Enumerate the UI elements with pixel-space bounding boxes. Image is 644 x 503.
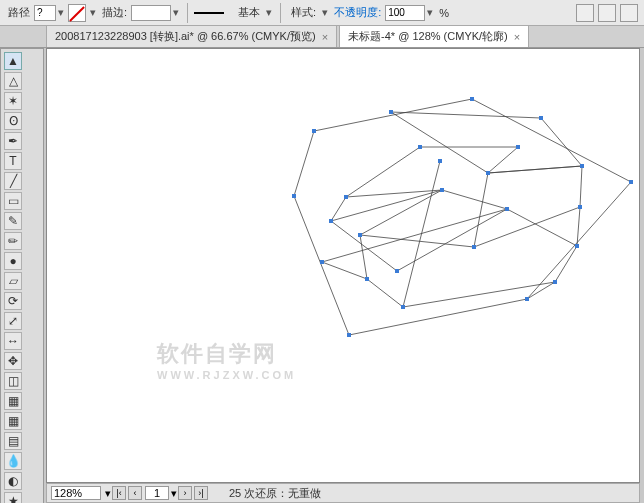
- tab-doc-1[interactable]: 200817123228903 [转换].ai* @ 66.67% (CMYK/…: [46, 25, 337, 47]
- anchor-point[interactable]: [395, 269, 399, 273]
- close-icon[interactable]: ×: [514, 31, 520, 43]
- path-label: 路径: [8, 5, 30, 20]
- first-page-button[interactable]: |‹: [112, 486, 126, 500]
- page-field[interactable]: 1: [145, 486, 169, 500]
- mesh-tool[interactable]: ▦: [4, 412, 22, 430]
- status-bar: 128% ▾ |‹ ‹ 1 ▾ › ›| 25 次还原：无重做: [46, 483, 640, 503]
- eraser-tool[interactable]: ▱: [4, 272, 22, 290]
- direct-select-tool[interactable]: △: [4, 72, 22, 90]
- last-page-button[interactable]: ›|: [194, 486, 208, 500]
- blob-tool[interactable]: ●: [4, 252, 22, 270]
- no-fill-swatch[interactable]: [68, 4, 86, 22]
- stroke-label: 描边:: [102, 5, 127, 20]
- anchor-point[interactable]: [358, 233, 362, 237]
- watermark-url: WWW.RJZXW.COM: [157, 369, 296, 381]
- line-tool[interactable]: ╱: [4, 172, 22, 190]
- anchor-point[interactable]: [440, 188, 444, 192]
- anchor-point[interactable]: [347, 333, 351, 337]
- anchor-point[interactable]: [329, 219, 333, 223]
- artwork: [47, 49, 640, 483]
- pen-tool[interactable]: ✒: [4, 132, 22, 150]
- anchor-point[interactable]: [344, 195, 348, 199]
- stroke-weight-field[interactable]: [131, 5, 171, 21]
- eyedrop-tool[interactable]: 💧: [4, 452, 22, 470]
- anchor-point[interactable]: [472, 245, 476, 249]
- anchor-point[interactable]: [553, 280, 557, 284]
- anchor-point[interactable]: [578, 205, 582, 209]
- rotate-tool[interactable]: ⟳: [4, 292, 22, 310]
- options-bar: 路径 ▾ ▾ 描边: ▾ 基本 ▾ 样式: ▾ 不透明度: ▾ %: [0, 0, 644, 26]
- anchor-point[interactable]: [580, 164, 584, 168]
- grid-icon[interactable]: [620, 4, 638, 22]
- anchor-point[interactable]: [401, 305, 405, 309]
- free-transform-tool[interactable]: ✥: [4, 352, 22, 370]
- anchor-point[interactable]: [320, 260, 324, 264]
- anchor-point[interactable]: [389, 110, 393, 114]
- anchor-point[interactable]: [418, 145, 422, 149]
- tool-panel: ▲△✶ʘ✒T╱▭✎✏●▱⟳⤢↔✥◫▦▦▤💧◐★▥▭✂✋🔍✂⟋⇄?: [0, 48, 44, 503]
- anchor-point[interactable]: [575, 244, 579, 248]
- close-icon[interactable]: ×: [322, 31, 328, 43]
- svg-marker-2: [346, 147, 582, 247]
- chevron-down-icon[interactable]: ▾: [171, 487, 177, 500]
- stroke-preview: [194, 12, 234, 14]
- watermark: 软件自学网 WWW.RJZXW.COM: [157, 339, 296, 381]
- selection-tool[interactable]: ▲: [4, 52, 22, 70]
- anchor-point[interactable]: [505, 207, 509, 211]
- anchor-point[interactable]: [539, 116, 543, 120]
- opacity-label[interactable]: 不透明度:: [334, 5, 381, 20]
- prev-page-button[interactable]: ‹: [128, 486, 142, 500]
- perspective-tool[interactable]: ▦: [4, 392, 22, 410]
- type-tool[interactable]: T: [4, 152, 22, 170]
- anchor-point[interactable]: [629, 180, 633, 184]
- chevron-down-icon[interactable]: ▾: [427, 6, 433, 19]
- chevron-down-icon[interactable]: ▾: [105, 487, 111, 500]
- scale-tool[interactable]: ⤢: [4, 312, 22, 330]
- chevron-down-icon[interactable]: ▾: [322, 6, 328, 19]
- anchor-point[interactable]: [292, 194, 296, 198]
- document-tabs: 200817123228903 [转换].ai* @ 66.67% (CMYK/…: [0, 26, 644, 48]
- percent-label: %: [439, 7, 449, 19]
- style-label: 样式:: [291, 5, 316, 20]
- tab-label: 200817123228903 [转换].ai* @ 66.67% (CMYK/…: [55, 29, 316, 44]
- gradient-tool[interactable]: ▤: [4, 432, 22, 450]
- symbol-tool[interactable]: ★: [4, 492, 22, 503]
- tab-doc-2[interactable]: 未标题-4* @ 128% (CMYK/轮廓) ×: [339, 25, 529, 47]
- basic-label[interactable]: 基本: [238, 5, 260, 20]
- width-tool[interactable]: ↔: [4, 332, 22, 350]
- doc-setup-icon[interactable]: [576, 4, 594, 22]
- rect-tool[interactable]: ▭: [4, 192, 22, 210]
- status-message: 25 次还原：无重做: [229, 486, 321, 501]
- anchor-point[interactable]: [525, 297, 529, 301]
- svg-line-6: [474, 173, 488, 247]
- next-page-button[interactable]: ›: [178, 486, 192, 500]
- magic-wand-tool[interactable]: ✶: [4, 92, 22, 110]
- prefs-icon[interactable]: [598, 4, 616, 22]
- anchor-point[interactable]: [470, 97, 474, 101]
- opacity-field[interactable]: [385, 5, 425, 21]
- pencil-tool[interactable]: ✏: [4, 232, 22, 250]
- chevron-down-icon[interactable]: ▾: [266, 6, 272, 19]
- svg-marker-1: [391, 112, 582, 173]
- svg-marker-4: [331, 190, 507, 271]
- brush-tool[interactable]: ✎: [4, 212, 22, 230]
- anchor-point[interactable]: [486, 171, 490, 175]
- help-combo[interactable]: [34, 5, 56, 21]
- chevron-down-icon[interactable]: ▾: [58, 6, 64, 19]
- zoom-field[interactable]: 128%: [51, 486, 101, 500]
- watermark-title: 软件自学网: [157, 339, 296, 369]
- svg-line-8: [360, 235, 367, 279]
- lasso-tool[interactable]: ʘ: [4, 112, 22, 130]
- tab-label: 未标题-4* @ 128% (CMYK/轮廓): [348, 29, 508, 44]
- anchor-point[interactable]: [438, 159, 442, 163]
- blend-tool[interactable]: ◐: [4, 472, 22, 490]
- anchor-point[interactable]: [365, 277, 369, 281]
- chevron-down-icon[interactable]: ▾: [173, 6, 179, 19]
- shape-builder-tool[interactable]: ◫: [4, 372, 22, 390]
- canvas[interactable]: 软件自学网 WWW.RJZXW.COM: [46, 48, 640, 483]
- chevron-down-icon[interactable]: ▾: [90, 6, 96, 19]
- anchor-point[interactable]: [312, 129, 316, 133]
- anchor-point[interactable]: [516, 145, 520, 149]
- svg-line-9: [403, 161, 440, 307]
